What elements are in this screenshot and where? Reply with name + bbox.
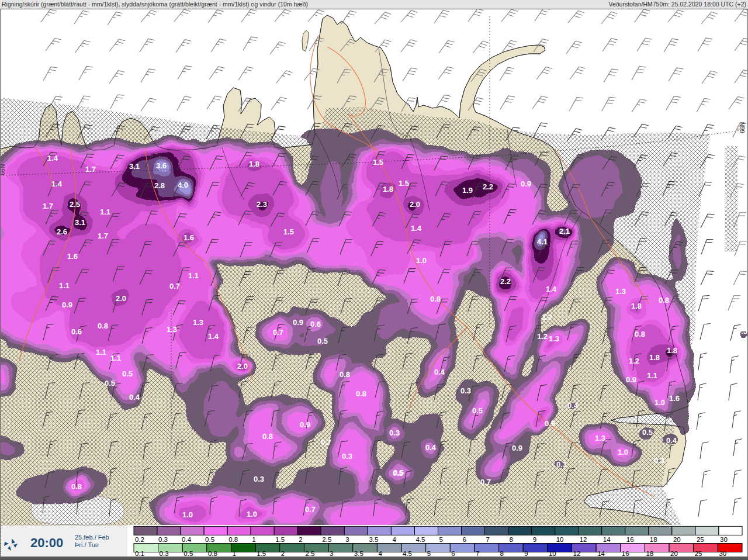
svg-text:0.4: 0.4 [666, 436, 677, 445]
svg-text:1.5: 1.5 [399, 179, 409, 188]
svg-text:0.5: 0.5 [317, 337, 328, 345]
svg-text:0.6: 0.6 [310, 320, 321, 329]
svg-text:9: 9 [533, 536, 536, 543]
svg-text:25: 25 [695, 550, 702, 557]
svg-text:3: 3 [345, 536, 349, 543]
svg-text:1.7: 1.7 [98, 231, 108, 240]
svg-text:20:00: 20:00 [30, 535, 63, 550]
svg-text:1.4: 1.4 [208, 332, 219, 341]
svg-text:1.5: 1.5 [275, 536, 285, 543]
svg-text:1.8: 1.8 [631, 302, 642, 310]
svg-text:0.3: 0.3 [342, 452, 352, 461]
svg-text:5: 5 [427, 550, 431, 557]
svg-text:0.8: 0.8 [340, 370, 350, 379]
svg-text:1.0: 1.0 [654, 398, 665, 407]
svg-text:1.5: 1.5 [283, 227, 294, 236]
svg-text:4.5: 4.5 [416, 536, 425, 543]
svg-text:2.3: 2.3 [257, 200, 267, 209]
svg-text:8: 8 [500, 550, 504, 557]
svg-text:0.3: 0.3 [160, 550, 169, 557]
svg-text:20: 20 [670, 550, 678, 557]
svg-text:2.0: 2.0 [237, 362, 248, 371]
svg-text:1.7: 1.7 [85, 165, 96, 174]
svg-text:1.2: 1.2 [537, 332, 548, 341]
svg-text:1.1: 1.1 [647, 371, 657, 380]
svg-text:25.feb./ Feb: 25.feb./ Feb [75, 534, 109, 541]
svg-text:4.0: 4.0 [178, 181, 188, 189]
svg-text:0.8: 0.8 [356, 389, 366, 398]
svg-text:8: 8 [510, 536, 513, 543]
svg-text:12: 12 [580, 536, 587, 543]
svg-text:0.5: 0.5 [393, 469, 403, 478]
svg-text:7: 7 [476, 550, 479, 557]
svg-text:6: 6 [463, 536, 466, 543]
svg-text:0.8: 0.8 [208, 550, 217, 557]
svg-text:0.9: 0.9 [626, 375, 636, 384]
svg-text:2.6: 2.6 [57, 227, 67, 236]
svg-text:0.3: 0.3 [158, 536, 168, 543]
svg-text:12: 12 [573, 550, 581, 557]
svg-text:0.5: 0.5 [737, 327, 747, 336]
svg-text:0.5: 0.5 [105, 379, 115, 388]
svg-text:14: 14 [597, 550, 605, 557]
svg-text:0.4: 0.4 [434, 368, 445, 376]
svg-text:1.9: 1.9 [462, 186, 473, 195]
svg-text:0.9: 0.9 [62, 300, 72, 309]
svg-text:18: 18 [650, 536, 657, 543]
svg-text:2.1: 2.1 [559, 227, 570, 236]
svg-text:0.9: 0.9 [300, 420, 310, 429]
svg-text:0.3: 0.3 [389, 428, 400, 437]
svg-text:1.1: 1.1 [100, 208, 110, 216]
svg-text:1.1: 1.1 [59, 281, 70, 290]
svg-text:3.5: 3.5 [369, 536, 378, 543]
svg-text:1.6: 1.6 [669, 394, 680, 403]
svg-text:4: 4 [378, 550, 382, 557]
svg-text:1.0: 1.0 [247, 510, 257, 518]
svg-text:16: 16 [622, 550, 629, 557]
svg-text:0.9: 0.9 [293, 318, 303, 327]
svg-text:0.7: 0.7 [273, 328, 283, 337]
svg-text:0.3: 0.3 [460, 386, 471, 395]
svg-text:4.5: 4.5 [403, 550, 412, 557]
svg-text:2.5: 2.5 [306, 550, 315, 557]
svg-text:1.3: 1.3 [167, 325, 177, 334]
svg-text:1.4: 1.4 [411, 224, 422, 233]
svg-text:3.1: 3.1 [75, 218, 85, 227]
svg-text:1.4: 1.4 [546, 285, 557, 293]
svg-text:10: 10 [556, 536, 564, 543]
svg-text:1.3: 1.3 [549, 334, 559, 343]
svg-text:18: 18 [646, 550, 653, 557]
svg-text:1.8: 1.8 [383, 185, 393, 193]
svg-text:0.8: 0.8 [430, 295, 441, 303]
svg-text:0.5: 0.5 [642, 428, 653, 437]
svg-text:0.7: 0.7 [480, 478, 491, 486]
svg-text:2.5: 2.5 [322, 536, 331, 543]
svg-text:0.3: 0.3 [556, 460, 567, 469]
svg-text:0.9: 0.9 [521, 179, 531, 188]
svg-text:0.4: 0.4 [129, 393, 140, 402]
svg-text:1.5: 1.5 [373, 158, 383, 167]
svg-text:1.1: 1.1 [110, 354, 121, 362]
svg-text:3.1: 3.1 [129, 162, 140, 171]
svg-text:1.8: 1.8 [249, 160, 259, 168]
svg-text:1.5: 1.5 [257, 550, 266, 557]
svg-text:3: 3 [330, 550, 333, 557]
svg-text:5: 5 [439, 536, 443, 543]
svg-text:30: 30 [719, 550, 726, 557]
svg-text:0.9: 0.9 [512, 444, 522, 452]
svg-text:6: 6 [451, 550, 455, 557]
svg-text:0.7: 0.7 [169, 282, 180, 291]
svg-text:2: 2 [299, 536, 302, 543]
svg-text:1.0: 1.0 [618, 448, 628, 457]
svg-text:9: 9 [524, 550, 528, 557]
svg-text:3.6: 3.6 [156, 161, 167, 170]
svg-text:2.8: 2.8 [154, 181, 165, 190]
svg-text:0.4: 0.4 [425, 443, 437, 452]
svg-text:Rigning/skúrir (grænt/blátt/ra: Rigning/skúrir (grænt/blátt/rautt - mm/1… [2, 1, 308, 8]
svg-text:14: 14 [603, 536, 611, 543]
svg-text:0.3: 0.3 [254, 475, 264, 483]
svg-text:1.3: 1.3 [595, 434, 605, 443]
svg-text:2: 2 [281, 550, 285, 557]
svg-text:0.8: 0.8 [635, 330, 645, 338]
svg-text:1.2: 1.2 [629, 357, 639, 365]
